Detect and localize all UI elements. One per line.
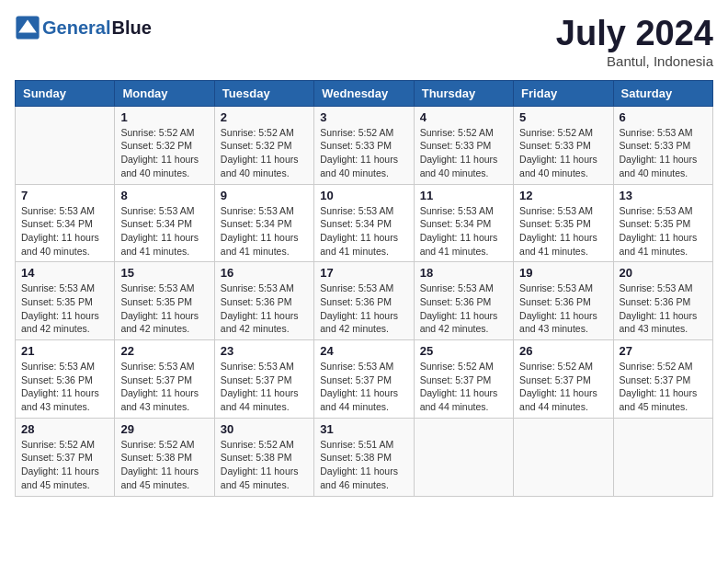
day-cell: 1Sunrise: 5:52 AMSunset: 5:32 PMDaylight…: [115, 106, 214, 184]
header-monday: Monday: [115, 80, 214, 106]
day-detail: Sunrise: 5:52 AMSunset: 5:33 PMDaylight:…: [320, 126, 407, 180]
day-detail: Sunrise: 5:53 AMSunset: 5:34 PMDaylight:…: [420, 204, 507, 259]
day-number: 12: [519, 189, 607, 202]
day-detail: Sunrise: 5:52 AMSunset: 5:37 PMDaylight:…: [620, 360, 707, 414]
day-cell: 28Sunrise: 5:52 AMSunset: 5:37 PMDayligh…: [16, 418, 115, 496]
day-cell: 4Sunrise: 5:52 AMSunset: 5:33 PMDaylight…: [414, 106, 513, 184]
day-detail: Sunrise: 5:53 AMSunset: 5:33 PMDaylight:…: [620, 126, 707, 180]
day-number: 7: [21, 189, 108, 202]
day-detail: Sunrise: 5:52 AMSunset: 5:33 PMDaylight:…: [420, 126, 507, 180]
day-cell: 16Sunrise: 5:53 AMSunset: 5:36 PMDayligh…: [214, 262, 313, 340]
day-number: 17: [320, 266, 407, 280]
day-cell: 25Sunrise: 5:52 AMSunset: 5:37 PMDayligh…: [414, 340, 513, 419]
title-area: July 2024 Bantul, Indonesia: [556, 15, 713, 69]
day-number: 5: [519, 110, 607, 124]
day-number: 29: [120, 422, 208, 436]
day-cell: 9Sunrise: 5:53 AMSunset: 5:34 PMDaylight…: [214, 184, 313, 262]
day-detail: Sunrise: 5:53 AMSunset: 5:37 PMDaylight:…: [320, 360, 407, 414]
day-cell: 2Sunrise: 5:52 AMSunset: 5:32 PMDaylight…: [214, 106, 313, 184]
day-number: 21: [21, 344, 108, 358]
day-number: 28: [21, 422, 108, 436]
week-row-5: 28Sunrise: 5:52 AMSunset: 5:37 PMDayligh…: [16, 418, 713, 496]
calendar-table: SundayMondayTuesdayWednesdayThursdayFrid…: [15, 80, 713, 497]
day-cell: 31Sunrise: 5:51 AMSunset: 5:38 PMDayligh…: [314, 418, 414, 496]
day-detail: Sunrise: 5:53 AMSunset: 5:34 PMDaylight:…: [120, 204, 208, 259]
day-detail: Sunrise: 5:53 AMSunset: 5:36 PMDaylight:…: [420, 282, 507, 336]
day-cell: 12Sunrise: 5:53 AMSunset: 5:35 PMDayligh…: [514, 184, 613, 262]
day-cell: 8Sunrise: 5:53 AMSunset: 5:34 PMDaylight…: [115, 184, 214, 262]
day-number: 10: [320, 189, 407, 202]
day-cell: 29Sunrise: 5:52 AMSunset: 5:38 PMDayligh…: [115, 418, 214, 496]
day-detail: Sunrise: 5:53 AMSunset: 5:34 PMDaylight:…: [320, 204, 407, 259]
day-cell: 27Sunrise: 5:52 AMSunset: 5:37 PMDayligh…: [613, 340, 712, 419]
day-cell: 20Sunrise: 5:53 AMSunset: 5:36 PMDayligh…: [613, 262, 712, 340]
logo-blue: Blue: [111, 17, 151, 39]
day-number: 4: [420, 110, 507, 124]
logo-general: General: [42, 17, 110, 39]
header-sunday: Sunday: [16, 80, 115, 106]
day-number: 1: [120, 110, 208, 124]
day-cell: 19Sunrise: 5:53 AMSunset: 5:36 PMDayligh…: [514, 262, 613, 340]
day-detail: Sunrise: 5:53 AMSunset: 5:35 PMDaylight:…: [620, 204, 707, 259]
day-number: 6: [620, 110, 707, 124]
logo: General Blue: [15, 15, 152, 40]
day-number: 20: [620, 266, 707, 280]
logo-icon: [15, 15, 40, 40]
day-detail: Sunrise: 5:52 AMSunset: 5:33 PMDaylight:…: [519, 126, 607, 180]
day-cell: 11Sunrise: 5:53 AMSunset: 5:34 PMDayligh…: [414, 184, 513, 262]
day-cell: 13Sunrise: 5:53 AMSunset: 5:35 PMDayligh…: [613, 184, 712, 262]
day-number: 30: [221, 422, 308, 436]
day-detail: Sunrise: 5:53 AMSunset: 5:37 PMDaylight:…: [221, 360, 308, 414]
day-detail: Sunrise: 5:53 AMSunset: 5:37 PMDaylight:…: [120, 360, 208, 414]
day-number: 16: [221, 266, 308, 280]
day-detail: Sunrise: 5:52 AMSunset: 5:38 PMDaylight:…: [120, 438, 208, 492]
day-number: 15: [120, 266, 208, 280]
header-friday: Friday: [514, 80, 613, 106]
day-cell: 15Sunrise: 5:53 AMSunset: 5:35 PMDayligh…: [115, 262, 214, 340]
day-cell: [613, 418, 712, 496]
day-number: 3: [320, 110, 407, 124]
header-row: SundayMondayTuesdayWednesdayThursdayFrid…: [16, 80, 713, 106]
day-detail: Sunrise: 5:53 AMSunset: 5:35 PMDaylight:…: [21, 282, 108, 336]
day-number: 23: [221, 344, 308, 358]
day-cell: 18Sunrise: 5:53 AMSunset: 5:36 PMDayligh…: [414, 262, 513, 340]
day-number: 9: [221, 189, 308, 202]
day-detail: Sunrise: 5:52 AMSunset: 5:32 PMDaylight:…: [120, 126, 208, 180]
day-number: 25: [420, 344, 507, 358]
day-cell: 17Sunrise: 5:53 AMSunset: 5:36 PMDayligh…: [314, 262, 414, 340]
day-number: 26: [519, 344, 607, 358]
day-detail: Sunrise: 5:53 AMSunset: 5:36 PMDaylight:…: [21, 360, 108, 414]
day-cell: 3Sunrise: 5:52 AMSunset: 5:33 PMDaylight…: [314, 106, 414, 184]
day-detail: Sunrise: 5:52 AMSunset: 5:38 PMDaylight:…: [221, 438, 308, 492]
day-number: 14: [21, 266, 108, 280]
week-row-4: 21Sunrise: 5:53 AMSunset: 5:36 PMDayligh…: [16, 340, 713, 419]
day-cell: 6Sunrise: 5:53 AMSunset: 5:33 PMDaylight…: [613, 106, 712, 184]
week-row-2: 7Sunrise: 5:53 AMSunset: 5:34 PMDaylight…: [16, 184, 713, 262]
day-number: 2: [221, 110, 308, 124]
day-cell: [414, 418, 513, 496]
header-wednesday: Wednesday: [314, 80, 414, 106]
header-tuesday: Tuesday: [214, 80, 313, 106]
page-header: General Blue July 2024 Bantul, Indonesia: [15, 15, 713, 69]
day-detail: Sunrise: 5:51 AMSunset: 5:38 PMDaylight:…: [320, 438, 407, 492]
location-subtitle: Bantul, Indonesia: [556, 53, 713, 69]
week-row-1: 1Sunrise: 5:52 AMSunset: 5:32 PMDaylight…: [16, 106, 713, 184]
day-number: 13: [620, 189, 707, 202]
day-detail: Sunrise: 5:53 AMSunset: 5:35 PMDaylight:…: [120, 282, 208, 336]
header-saturday: Saturday: [613, 80, 712, 106]
day-detail: Sunrise: 5:53 AMSunset: 5:36 PMDaylight:…: [620, 282, 707, 336]
day-number: 19: [519, 266, 607, 280]
day-detail: Sunrise: 5:52 AMSunset: 5:37 PMDaylight:…: [519, 360, 607, 414]
day-detail: Sunrise: 5:52 AMSunset: 5:32 PMDaylight:…: [221, 126, 308, 180]
day-cell: 22Sunrise: 5:53 AMSunset: 5:37 PMDayligh…: [115, 340, 214, 419]
day-detail: Sunrise: 5:53 AMSunset: 5:36 PMDaylight:…: [221, 282, 308, 336]
day-number: 27: [620, 344, 707, 358]
day-detail: Sunrise: 5:52 AMSunset: 5:37 PMDaylight:…: [21, 438, 108, 492]
day-detail: Sunrise: 5:53 AMSunset: 5:34 PMDaylight:…: [21, 204, 108, 259]
day-number: 22: [120, 344, 208, 358]
day-cell: [16, 106, 115, 184]
day-number: 24: [320, 344, 407, 358]
day-cell: 23Sunrise: 5:53 AMSunset: 5:37 PMDayligh…: [214, 340, 313, 419]
day-detail: Sunrise: 5:53 AMSunset: 5:34 PMDaylight:…: [221, 204, 308, 259]
day-detail: Sunrise: 5:53 AMSunset: 5:36 PMDaylight:…: [320, 282, 407, 336]
